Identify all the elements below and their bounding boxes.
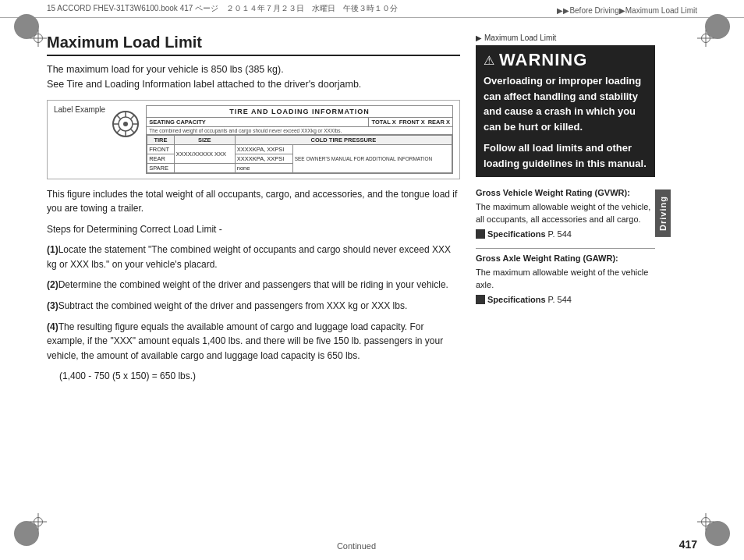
step-4: (4)The resulting figure equals the avail… [47,320,460,363]
gawr-title: Gross Axle Weight Rating (GAWR): [476,252,655,265]
rear-label: REAR X [428,119,450,126]
svg-line-10 [116,129,120,133]
label-example-text: Label Example [54,105,105,114]
warning-header: ⚠ WARNING [484,50,647,70]
row-rear-label: REAR [147,154,175,163]
crosshair-tl [30,30,47,47]
total-label: TOTAL X [371,119,395,126]
section-ref-icon: ▶ [476,34,481,42]
body-para1: This figure includes the total weight of… [47,187,460,216]
intro-text: The maximum load for your vehicle is 850… [47,62,460,92]
warning-triangle-icon: ⚠ [484,53,494,68]
gvwr-body: The maximum allowable weight of the vehi… [476,200,655,226]
breadcrumb: ▶▶Before Driving▶Maximum Load Limit [557,6,697,15]
tire-table: TIRE SIZE COLD TIRE PRESSURE FRONT XXXX/… [147,135,452,173]
svg-line-8 [131,129,135,133]
file-info: 15 ACCORD FHEV-31T3W6100.book 417 ページ ２０… [47,3,398,14]
crosshair-bl [30,513,47,530]
label-example-box: Label Example TIRE AND LOADING INFORMATI… [47,100,460,179]
gvwr-spec-label: Specifications [487,228,546,241]
size-value: XXXX/XXXXX XXX [174,144,235,163]
pressure-rear: XXXXKPA, XXPSI [235,154,292,163]
step-1-num: (1) [47,244,58,255]
seating-capacity-label: SEATING CAPACITY [147,118,369,126]
intro-line1: The maximum load for your vehicle is 850… [47,62,460,77]
step-4-calc: (1,400 - 750 (5 x 150) = 650 lbs.) [47,369,460,384]
gawr-body: The maximum allowable weight of the vehi… [476,266,655,292]
gvwr-spec-icon [476,229,485,239]
right-column: ▶ Maximum Load Limit ⚠ WARNING Overloadi… [476,34,655,545]
col-tire: TIRE [147,135,175,144]
gvwr-section: Gross Vehicle Weight Rating (GVWR): The … [476,186,655,240]
tire-label-title: TIRE AND LOADING INFORMATION [147,106,452,118]
driving-tab: Driving [655,190,671,237]
warning-subtext: Follow all load limits and other loading… [484,140,647,171]
page-number: 417 [679,538,697,551]
left-column: Maximum Load Limit The maximum load for … [47,34,460,545]
step-3-num: (3) [47,300,58,311]
spare-value: none [235,163,292,172]
owner-manual-note: SEE OWNER'S MANUAL FOR ADDITIONAL INFORM… [292,144,452,172]
svg-line-9 [131,115,135,119]
front-label: FRONT X [399,119,425,126]
col-pressure: COLD TIRE PRESSURE [235,135,452,144]
gawr-section: Gross Axle Weight Rating (GAWR): The max… [476,252,655,306]
step-3-text: Subtract the combined weight of the driv… [58,300,408,311]
crosshair-br [697,513,714,530]
svg-point-2 [123,122,128,126]
gvwr-spec-link: Specifications P. 544 [476,228,655,241]
main-container: Maximum Load Limit The maximum load for … [0,18,744,553]
step-1: (1)Locate the statement "The combined we… [47,243,460,271]
warning-body: Overloading or improper loading can affe… [484,73,647,134]
step-4-text: The resulting figure equals the availabl… [47,321,443,361]
warning-label: WARNING [499,50,587,70]
pressure-front: XXXXKPA, XXPSI [235,144,292,154]
footer: Continued [0,541,744,551]
section-ref: ▶ Maximum Load Limit [476,34,655,42]
steps-list: (1)Locate the statement "The combined we… [47,243,460,384]
tire-label: TIRE AND LOADING INFORMATION SEATING CAP… [146,105,453,174]
gawr-spec-label: Specifications [487,293,546,307]
gawr-spec-page: P. 544 [548,293,572,307]
divider [476,248,655,249]
step-2-num: (2) [47,279,58,290]
wheel-icon [112,110,140,138]
col-size: SIZE [174,135,235,144]
step-4-num: (4) [47,321,58,332]
crosshair-tr [697,30,714,47]
svg-line-7 [116,115,120,119]
step-2: (2)Determine the combined weight of the … [47,278,460,292]
gvwr-title: Gross Vehicle Weight Rating (GVWR): [476,186,655,200]
step-1-text: Locate the statement "The combined weigh… [47,244,451,270]
page-title: Maximum Load Limit [47,34,460,56]
gvwr-spec-page: P. 544 [548,228,572,241]
gawr-spec-icon [476,295,485,304]
row-front-label: FRONT [147,144,175,154]
row-spare-label: SPARE [147,163,175,172]
gawr-spec-link: Specifications P. 544 [476,293,655,307]
body-para2: Steps for Determining Correct Load Limit… [47,222,460,237]
intro-line2: See Tire and Loading Information label a… [47,77,460,92]
step-3: (3)Subtract the combined weight of the d… [47,299,460,314]
step-2-text: Determine the combined weight of the dri… [58,279,448,290]
total-front-rear: TOTAL X FRONT X REAR X [369,118,452,126]
combined-weight-note: The combined weight of occupants and car… [147,127,452,135]
continued-text: Continued [337,541,376,551]
tire-label-seating-row: SEATING CAPACITY TOTAL X FRONT X REAR X [147,118,452,127]
section-ref-text: Maximum Load Limit [484,34,556,42]
warning-box: ⚠ WARNING Overloading or improper loadin… [476,45,655,177]
